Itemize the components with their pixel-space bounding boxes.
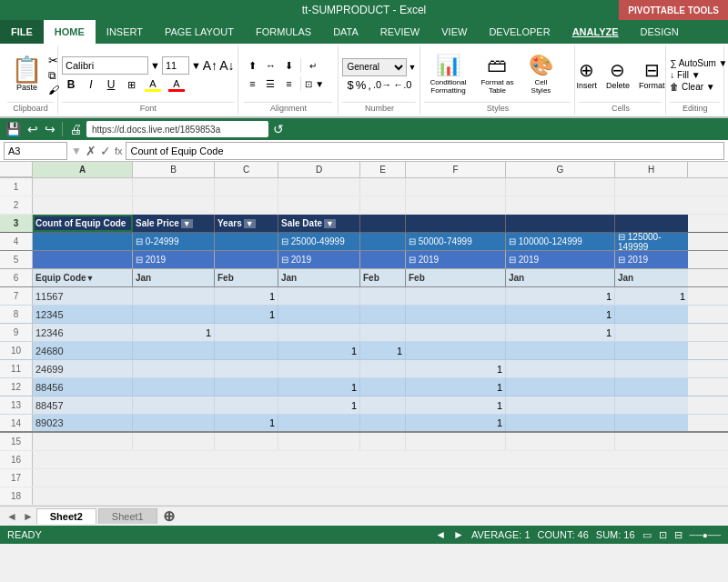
cell-D3[interactable]: Sale Date ▼ (278, 215, 360, 232)
cell-H13[interactable] (615, 396, 688, 414)
tab-insert[interactable]: INSERT (96, 20, 154, 44)
cell-F9[interactable] (406, 324, 506, 341)
cell-C8[interactable]: 1 (215, 306, 278, 323)
col-header-G[interactable]: G (506, 162, 615, 177)
cell-B6[interactable]: Jan (133, 269, 215, 286)
cell-D11[interactable] (278, 360, 360, 377)
cell-D5[interactable]: ⊟ 2019 (278, 251, 360, 268)
cell-D8[interactable] (278, 306, 360, 323)
col-header-E[interactable]: E (360, 162, 406, 177)
cell-H10[interactable] (615, 342, 688, 359)
font-size-dropdown-icon[interactable]: ▼ (191, 60, 201, 71)
cell-F1[interactable] (406, 178, 506, 196)
cell-D7[interactable] (278, 287, 360, 305)
cell-G8[interactable]: 1 (506, 306, 615, 323)
font-size-input[interactable] (162, 56, 189, 75)
tab-review[interactable]: REVIEW (369, 20, 430, 44)
equip-code-filter-icon[interactable]: ▼ (86, 274, 95, 283)
cell-G2[interactable] (506, 196, 615, 214)
cell-B3[interactable]: Sale Price ▼ (133, 215, 215, 232)
confirm-formula-button[interactable]: ✓ (100, 144, 111, 158)
cell-C3[interactable]: Years ▼ (215, 215, 278, 232)
top-align-button[interactable]: ⬆ (244, 57, 260, 74)
cell-D10[interactable]: 1 (278, 342, 360, 359)
cell-C5[interactable] (215, 251, 278, 268)
conditional-formatting-button[interactable]: 📊 ConditionalFormatting (424, 52, 471, 97)
cell-D6[interactable]: Jan (278, 269, 360, 286)
cell-A5[interactable] (33, 251, 133, 268)
autosum-button[interactable]: ∑ AutoSum ▼ (670, 58, 727, 68)
cell-E5[interactable] (360, 251, 406, 268)
cell-C13[interactable] (215, 396, 278, 414)
sale-price-filter-icon[interactable]: ▼ (181, 219, 193, 228)
currency-button[interactable]: $ (348, 78, 354, 92)
cell-A7[interactable]: 11567 (33, 287, 133, 305)
cell-D14[interactable] (278, 415, 360, 431)
cell-F10[interactable] (406, 342, 506, 359)
zoom-slider[interactable]: ──●── (690, 530, 721, 540)
cell-E2[interactable] (360, 196, 406, 214)
cell-C15[interactable] (215, 433, 278, 450)
border-button[interactable]: ⊞ (122, 76, 140, 93)
italic-button[interactable]: I (82, 76, 100, 93)
cell-G4[interactable]: ⊟ 100000-124999 (506, 233, 615, 250)
cell-H7[interactable]: 1 (615, 287, 688, 305)
cell-E12[interactable] (360, 378, 406, 396)
cell-G11[interactable] (506, 360, 615, 377)
bottom-align-button[interactable]: ⬇ (280, 57, 297, 74)
redo-button-qa[interactable]: ↪ (43, 121, 57, 137)
cell-C7[interactable]: 1 (215, 287, 278, 305)
cell-F6[interactable]: Feb (406, 269, 506, 286)
cancel-formula-button[interactable]: ✗ (86, 144, 96, 158)
page-break-view-button[interactable]: ⊟ (674, 529, 682, 541)
cell-E14[interactable] (360, 415, 406, 431)
cell-D2[interactable] (278, 196, 360, 214)
cell-A6[interactable]: Equip Code ▼ (33, 269, 133, 286)
cell-A14[interactable]: 89023 (33, 415, 133, 431)
tab-home[interactable]: HOME (44, 20, 96, 44)
cell-H2[interactable] (615, 196, 688, 214)
cell-H9[interactable] (615, 324, 688, 341)
sheet-nav-left[interactable]: ◄ (435, 528, 446, 541)
percent-button[interactable]: % (356, 78, 367, 92)
cell-A3[interactable]: Count of Equip Code (33, 215, 133, 232)
prev-sheet-button[interactable]: ◄ (4, 510, 20, 523)
tab-analyze[interactable]: ANALYZE (561, 20, 630, 44)
cell-F4[interactable]: ⊟ 50000-74999 (406, 233, 506, 250)
cell-B4[interactable]: ⊟ 0-24999 (133, 233, 215, 250)
cell-H3[interactable] (615, 215, 688, 232)
cell-E1[interactable] (360, 178, 406, 196)
cell-B12[interactable] (133, 378, 215, 396)
cell-A1[interactable] (33, 178, 133, 196)
col-header-H[interactable]: H (615, 162, 688, 177)
col-header-D[interactable]: D (278, 162, 360, 177)
cell-E3[interactable] (360, 215, 406, 232)
formula-input[interactable] (126, 142, 724, 160)
cell-B8[interactable] (133, 306, 215, 323)
cell-E13[interactable] (360, 396, 406, 414)
decrease-decimal-button[interactable]: ←.0 (393, 79, 411, 90)
cell-A8[interactable]: 12345 (33, 306, 133, 323)
cell-C1[interactable] (215, 178, 278, 196)
insert-function-button[interactable]: fx (115, 146, 123, 156)
cell-C9[interactable] (215, 324, 278, 341)
cell-C14[interactable]: 1 (215, 415, 278, 431)
cell-F3[interactable] (406, 215, 506, 232)
cell-A10[interactable]: 24680 (33, 342, 133, 359)
cell-D4[interactable]: ⊟ 25000-49999 (278, 233, 360, 250)
insert-button[interactable]: ⊕ Insert (572, 57, 601, 92)
cell-B2[interactable] (133, 196, 215, 214)
cell-D15[interactable] (278, 433, 360, 450)
cell-G3[interactable] (506, 215, 615, 232)
cell-A13[interactable]: 88457 (33, 396, 133, 414)
add-sheet-button[interactable]: ⊕ (159, 507, 178, 525)
cell-A4[interactable] (33, 233, 133, 250)
cell-B14[interactable] (133, 415, 215, 431)
cell-G9[interactable]: 1 (506, 324, 615, 341)
cell-B13[interactable] (133, 396, 215, 414)
sheet-tab-sheet2[interactable]: Sheet2 (36, 508, 96, 524)
name-box[interactable] (4, 142, 67, 160)
cell-D13[interactable]: 1 (278, 396, 360, 414)
merge-button[interactable]: ⊡ ▼ (305, 79, 324, 89)
cell-B1[interactable] (133, 178, 215, 196)
